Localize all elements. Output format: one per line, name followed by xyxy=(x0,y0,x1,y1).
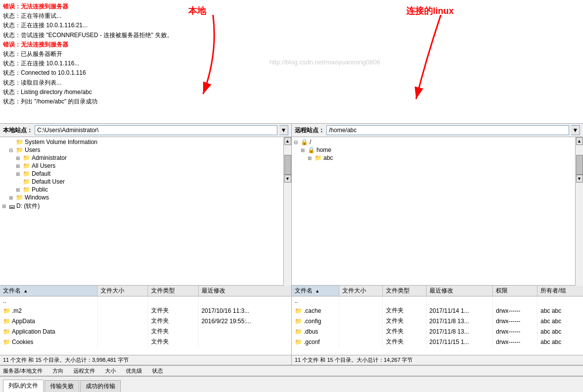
log-text: 读取目录列表... xyxy=(21,79,61,86)
log-line: 状态：尝试连接 "ECONNREFUSED - 连接被服务器拒绝" 失败。 xyxy=(3,31,580,40)
table-row[interactable]: .. xyxy=(0,296,291,306)
local-tree-item-sys-vol[interactable]: 📁System Volume Information xyxy=(0,138,283,146)
file-modified xyxy=(198,326,291,337)
local-tree: 📁System Volume Information⊟📁Users⊞📁Admin… xyxy=(0,137,283,286)
table-row[interactable]: 📁.m2文件夹2017/10/16 11:3... xyxy=(0,305,291,316)
file-name: 📁Cookies xyxy=(0,337,98,347)
remote-status-text: 11 个文件 和 15 个目录。大小总计：14,267 字节 xyxy=(295,356,413,364)
local-file-table: 文件名 ▲ 文件大小 文件类型 最近修改 ..📁.m2文件夹2017/10/16… xyxy=(0,286,291,347)
table-row[interactable]: .. xyxy=(292,296,583,306)
local-tree-item-administrator[interactable]: ⊞📁Administrator xyxy=(0,154,283,162)
local-station-label: 本地站点： xyxy=(3,126,33,135)
remote-col-type[interactable]: 文件类型 xyxy=(382,286,426,296)
remote-col-name[interactable]: 文件名 ▲ xyxy=(292,286,339,296)
tree-toggle[interactable]: ⊞ xyxy=(16,163,23,169)
table-row[interactable]: 📁Application Data文件夹 xyxy=(0,326,291,337)
tab-success[interactable]: 成功的传输 xyxy=(80,380,121,392)
tree-toggle[interactable]: ⊞ xyxy=(16,155,23,161)
remote-tree-scrollbar[interactable]: ▲ ▼ xyxy=(575,137,583,286)
local-vscroll-down[interactable]: ▼ xyxy=(284,175,291,183)
remote-vscroll-down[interactable]: ▼ xyxy=(576,175,583,183)
remote-vscroll-up[interactable]: ▲ xyxy=(576,137,583,145)
table-row[interactable]: 📁AppData文件夹2016/9/22 19:55:... xyxy=(0,316,291,326)
local-file-panel: 📁System Volume Information⊟📁Users⊞📁Admin… xyxy=(0,137,292,365)
file-size xyxy=(98,316,148,326)
remote-col-size[interactable]: 文件大小 xyxy=(339,286,382,296)
tree-toggle[interactable]: ⊞ xyxy=(2,203,9,209)
file-owner: abc abc xyxy=(537,326,583,337)
file-size xyxy=(98,305,148,316)
transfer-priority-label: 优先级 xyxy=(126,367,142,375)
local-tree-item-windows[interactable]: ⊞📁Windows xyxy=(0,194,283,201)
table-row[interactable]: 📁Cookies文件夹 xyxy=(0,337,291,347)
browser-area: 📁System Volume Information⊟📁Users⊞📁Admin… xyxy=(0,137,583,365)
remote-col-perm[interactable]: 权限 xyxy=(493,286,537,296)
local-tree-item-default[interactable]: ⊞📁Default xyxy=(0,170,283,178)
file-size xyxy=(339,305,382,316)
file-name: 📁AppData xyxy=(0,316,98,326)
local-tree-item-default-user[interactable]: 📁Default User xyxy=(0,178,283,186)
folder-icon: 📁 xyxy=(23,162,30,169)
file-name: 📁Application Data xyxy=(0,326,98,337)
tree-toggle[interactable]: ⊞ xyxy=(301,147,308,153)
log-label: 状态： xyxy=(3,69,21,76)
tree-item-label: Default User xyxy=(32,178,65,185)
folder-icon: 🔒 xyxy=(308,147,315,153)
remote-station-input[interactable] xyxy=(326,125,569,135)
local-tree-item-d-drive[interactable]: ⊞🖴D: (软件) xyxy=(0,201,283,211)
local-vscroll-up[interactable]: ▲ xyxy=(284,137,291,145)
folder-icon: 📁 xyxy=(315,154,322,161)
local-tree-item-public[interactable]: ⊞📁Public xyxy=(0,186,283,194)
remote-col-modified[interactable]: 最近修改 xyxy=(426,286,492,296)
tree-toggle[interactable]: ⊟ xyxy=(294,140,301,145)
tree-toggle[interactable]: ⊞ xyxy=(308,155,315,161)
log-text: 正在连接 10.0.1.116... xyxy=(21,60,79,67)
file-size xyxy=(339,296,382,306)
table-row[interactable]: 📁.dbus文件夹2017/11/8 13...drwx------abc ab… xyxy=(292,326,583,337)
tree-toggle[interactable]: ⊞ xyxy=(16,187,23,193)
log-text: 尝试连接 "ECONNREFUSED - 连接被服务器拒绝" 失败。 xyxy=(21,32,173,39)
local-status-bar: 11 个文件 和 15 个目录。大小总计：3,998,481 字节 xyxy=(0,355,291,365)
remote-tree-wrapper: ⊟🔒/⊞🔒home⊞📁abc ▲ ▼ xyxy=(292,137,583,286)
file-owner: abc abc xyxy=(537,305,583,316)
local-file-tbody: ..📁.m2文件夹2017/10/16 11:3...📁AppData文件夹20… xyxy=(0,296,291,347)
local-col-type[interactable]: 文件类型 xyxy=(148,286,198,296)
tab-queued[interactable]: 列队的文件 xyxy=(3,380,44,392)
file-modified: 2017/11/14 1... xyxy=(426,305,492,316)
local-station-input[interactable] xyxy=(35,125,277,135)
remote-vscroll-thumb[interactable] xyxy=(576,155,583,175)
remote-col-owner[interactable]: 所有者/组 xyxy=(537,286,583,296)
folder-icon: 📁 xyxy=(3,339,10,345)
local-station-dropdown[interactable]: ▼ xyxy=(279,125,288,135)
folder-icon: 📁 xyxy=(16,147,23,153)
local-tree-item-users[interactable]: ⊟📁Users xyxy=(0,146,283,154)
tree-item-label: Default xyxy=(32,170,51,177)
file-modified: 2017/10/16 11:3... xyxy=(198,305,291,316)
log-line: 状态：正在等待重试... xyxy=(3,11,580,21)
table-row[interactable]: 📁.cache文件夹2017/11/14 1...drwx------abc a… xyxy=(292,305,583,316)
table-row[interactable]: 📁.config文件夹2017/11/8 13...drwx------abc … xyxy=(292,316,583,326)
tab-failed[interactable]: 传输失败 xyxy=(45,380,79,392)
remote-tree-item-abc[interactable]: ⊞📁abc xyxy=(292,154,575,162)
remote-tree-item-home[interactable]: ⊞🔒home xyxy=(292,146,575,154)
remote-station-dropdown[interactable]: ▼ xyxy=(571,125,580,135)
file-size xyxy=(98,326,148,337)
local-col-modified[interactable]: 最近修改 xyxy=(198,286,291,296)
log-label: 状态： xyxy=(3,50,21,57)
file-name: 📁.cache xyxy=(292,305,339,316)
file-type: 文件夹 xyxy=(382,316,426,326)
local-tree-item-all-users[interactable]: ⊞📁All Users xyxy=(0,162,283,170)
remote-station-label: 远程站点： xyxy=(295,126,324,135)
tree-toggle[interactable]: ⊞ xyxy=(9,195,16,200)
table-row[interactable]: 📁.gconf文件夹2017/11/15 1...drwx------abc a… xyxy=(292,337,583,347)
folder-icon: 📁 xyxy=(23,186,30,193)
remote-tree-item-root[interactable]: ⊟🔒/ xyxy=(292,138,575,146)
local-vscroll-thumb[interactable] xyxy=(284,155,291,175)
local-col-size[interactable]: 文件大小 xyxy=(98,286,148,296)
local-col-name[interactable]: 文件名 ▲ xyxy=(0,286,98,296)
local-tree-scrollbar[interactable]: ▲ ▼ xyxy=(283,137,291,286)
tree-toggle[interactable]: ⊟ xyxy=(9,147,16,153)
file-size xyxy=(339,326,382,337)
tree-toggle[interactable]: ⊞ xyxy=(16,171,23,177)
transfer-status-label: 状态 xyxy=(152,367,163,375)
